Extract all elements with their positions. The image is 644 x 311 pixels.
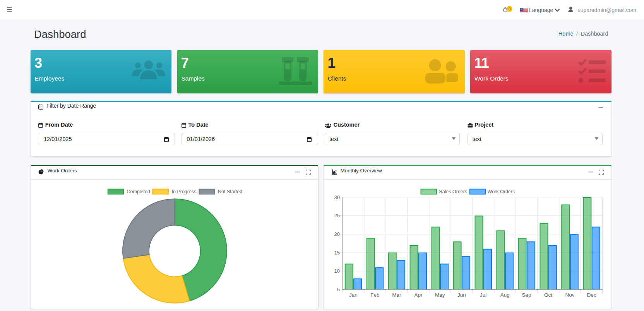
svg-text:Jul: Jul (480, 292, 486, 298)
svg-text:Aug: Aug (500, 292, 510, 298)
svg-text:Sales Orders: Sales Orders (439, 189, 467, 194)
svg-text:Feb: Feb (370, 292, 379, 298)
svg-text:Completed: Completed (127, 189, 150, 194)
svg-text:10: 10 (334, 268, 340, 274)
svg-text:Mar: Mar (392, 292, 401, 298)
svg-text:Apr: Apr (414, 292, 423, 298)
svg-text:In Progress: In Progress (171, 189, 196, 194)
svg-text:Nov: Nov (565, 292, 575, 298)
svg-text:May: May (435, 292, 445, 298)
svg-text:25: 25 (334, 213, 340, 218)
svg-text:30: 30 (334, 194, 340, 200)
svg-text:Dec: Dec (587, 292, 596, 298)
svg-text:15: 15 (334, 250, 340, 256)
svg-text:Jun: Jun (457, 292, 466, 298)
svg-text:Oct: Oct (544, 292, 552, 298)
svg-text:Jan: Jan (349, 292, 358, 298)
svg-text:Sep: Sep (522, 292, 531, 298)
svg-text:Not Started: Not Started (218, 189, 242, 194)
svg-text:Work Orders: Work Orders (488, 189, 515, 194)
svg-text:20: 20 (334, 231, 340, 237)
svg-text:5: 5 (337, 287, 340, 292)
